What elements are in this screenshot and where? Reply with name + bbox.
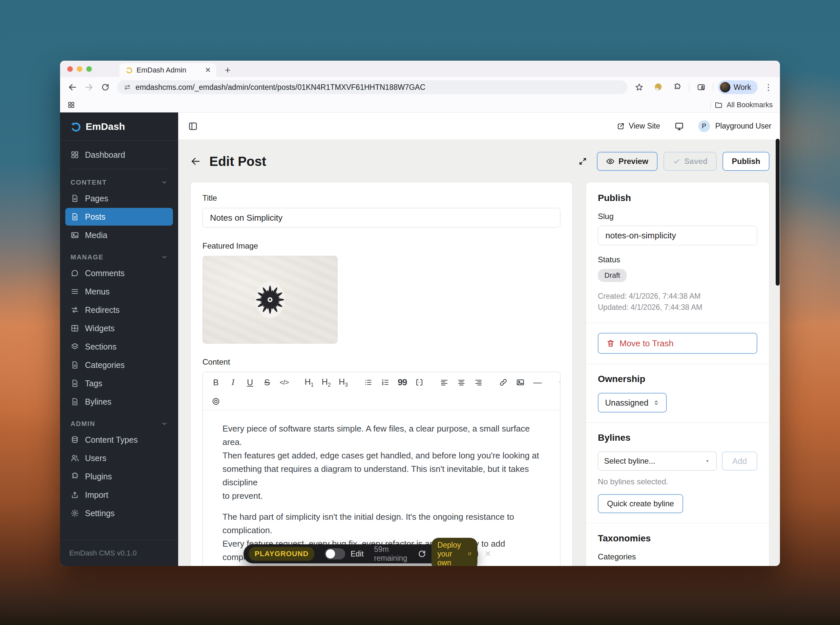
underline-button[interactable]: U [242,375,259,390]
reset-playground-icon[interactable] [418,550,426,558]
users-icon [70,454,79,462]
code-block-button[interactable] [411,375,428,390]
h3-button[interactable]: H3 [335,375,352,390]
sidebar-item-menus[interactable]: Menus [65,283,173,300]
link-button[interactable] [495,375,512,390]
grid-icon [70,151,79,159]
horizontal-rule-button[interactable]: — [529,375,546,390]
ordered-list-button[interactable] [377,375,394,390]
tab-close-icon[interactable]: ✕ [205,66,211,75]
minimize-window-button[interactable] [77,66,83,72]
strikethrough-button[interactable]: S [259,375,276,390]
bookmark-star-icon[interactable] [632,80,647,95]
created-timestamp: Created: 4/1/2026, 7:44:38 AM [598,291,757,302]
featured-image-thumbnail[interactable] [203,256,338,344]
sidebar-item-posts[interactable]: Posts [65,208,173,225]
chat-icon [70,269,79,277]
url-bar[interactable]: emdashcms.com/_emdash/admin/content/post… [117,80,627,94]
bold-button[interactable]: B [207,375,224,390]
view-site-button[interactable]: View Site [617,122,660,131]
profile-chip[interactable]: Work [718,80,757,94]
ownership-select[interactable]: Unassigned [598,393,667,412]
close-window-button[interactable] [67,66,73,72]
editor-body[interactable]: Every piece of software starts simple. A… [203,410,560,566]
move-to-trash-button[interactable]: Move to Trash [598,333,757,354]
sidebar-section-content[interactable]: CONTENT [65,175,173,190]
sidebar-item-label: Menus [85,287,110,297]
chevron-down-icon [161,420,168,427]
deploy-your-own-button[interactable]: Deploy your own [432,538,477,566]
display-mode-icon[interactable] [675,122,684,131]
sidebar-item-settings[interactable]: Settings [65,504,173,522]
sidebar-item-pages[interactable]: Pages [65,190,173,207]
tab-search-icon[interactable] [694,80,708,95]
zoom-window-button[interactable] [86,66,92,72]
blockquote-button[interactable]: 99 [394,375,411,390]
content-line: The hard part of simplicity isn't the in… [223,510,541,537]
sidebar-item-label: Plugins [85,472,112,481]
sidebar-item-content-types[interactable]: Content Types [65,431,173,449]
apps-grid-icon[interactable] [67,101,75,109]
content-line: Every piece of software starts simple. A… [223,422,541,449]
h2-button[interactable]: H2 [318,375,335,390]
publish-button[interactable]: Publish [723,152,770,171]
image-button[interactable] [512,375,529,390]
quick-create-byline-button[interactable]: Quick create byline [598,494,683,513]
back-button[interactable] [190,156,201,166]
sidebar-item-label: Tags [85,379,102,388]
sidebar-item-media[interactable]: Media [65,226,173,244]
edit-mode-toggle[interactable] [325,548,345,560]
app-logo[interactable]: EmDash [60,112,178,141]
slug-input[interactable] [598,225,757,245]
sidebar-item-redirects[interactable]: Redirects [65,301,173,319]
bookmarks-bar: All Bookmarks [60,97,780,112]
page-scrollbar-thumb[interactable] [776,139,780,286]
sidebar-section-admin[interactable]: ADMIN [65,417,173,431]
new-tab-button[interactable]: + [225,65,231,76]
sidebar-item-sections[interactable]: Sections [65,338,173,356]
close-playground-bar-icon[interactable]: ✕ [483,549,493,558]
app-logo-text: EmDash [86,121,125,132]
sidebar-item-categories[interactable]: Categories [65,356,173,374]
sidebar-toggle-icon[interactable] [188,121,198,131]
reload-icon[interactable] [98,80,112,95]
preview-button[interactable]: Preview [597,152,658,171]
sidebar-item-plugins[interactable]: Plugins [65,468,173,485]
emdash-app: EmDash DashboardCONTENT Pages Posts Medi… [60,112,780,566]
sidebar-item-dashboard[interactable]: Dashboard [65,146,173,164]
browser-tab[interactable]: EmDash Admin ✕ [120,63,216,77]
sidebar-divider [69,169,170,169]
gear-icon [70,509,79,518]
title-input[interactable] [203,208,560,228]
italic-button[interactable]: I [224,375,242,390]
undo-button[interactable]: ↶ [554,375,560,390]
fullscreen-icon[interactable] [578,157,587,166]
extension-badge-icon[interactable] [651,80,665,95]
align-center-button[interactable] [453,375,470,390]
sidebar-item-users[interactable]: Users [65,449,173,467]
site-settings-icon[interactable] [124,84,131,91]
align-right-button[interactable] [470,375,487,390]
h1-button[interactable]: H1 [301,375,318,390]
file-icon [70,379,79,387]
align-left-button[interactable] [436,375,453,390]
forward-icon[interactable] [82,80,96,95]
editor-toolbar: BIUS</>H1H2H399—↶↷ [203,372,560,392]
sidebar-item-tags[interactable]: Tags [65,375,173,392]
chevron-down-icon [161,254,168,260]
sidebar-item-widgets[interactable]: Widgets [65,319,173,337]
sidebar-item-comments[interactable]: Comments [65,264,173,282]
focus-mode-icon[interactable] [207,394,224,409]
user-avatar[interactable]: P [698,120,710,132]
browser-menu-icon[interactable]: ⋮ [762,82,775,92]
extensions-puzzle-icon[interactable] [670,80,684,95]
sidebar-item-label: Dashboard [85,150,125,160]
code-button[interactable]: </> [276,375,293,390]
sidebar-section-manage[interactable]: MANAGE [65,250,173,264]
all-bookmarks[interactable]: All Bookmarks [711,101,773,109]
back-icon[interactable] [65,80,80,95]
bullet-list-button[interactable] [360,375,377,390]
sidebar-item-import[interactable]: Import [65,486,173,504]
sidebar-item-bylines[interactable]: Bylines [65,393,173,410]
byline-select[interactable]: Select byline... [598,451,717,471]
